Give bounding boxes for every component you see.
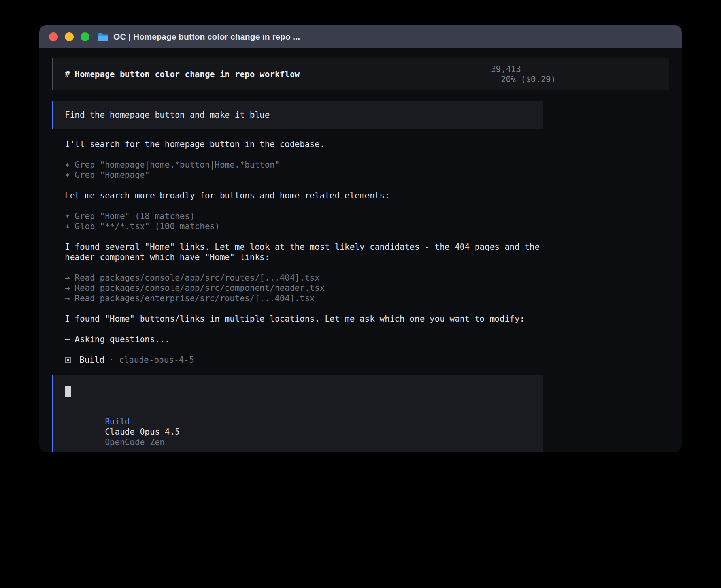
tool-call-read: → Read packages/console/app/src/routes/[… <box>65 273 556 283</box>
context-cost: 20% ($0.29) <box>501 75 556 84</box>
session-header: # Homepage button color change in repo w… <box>52 58 669 90</box>
session-stats: 39,413 20% ($0.29) <box>441 54 556 95</box>
folder-icon <box>97 32 109 41</box>
assistant-text: I found "Home" buttons/links in multiple… <box>65 314 556 324</box>
terminal-body: # Homepage button color change in repo w… <box>39 48 682 452</box>
zoom-window-button[interactable] <box>81 32 89 41</box>
tool-call-grep: ∗ Grep "homepage|home.*button|Home.*butt… <box>65 160 556 170</box>
user-message-text: Find the homepage button and make it blu… <box>65 110 543 120</box>
assistant-text: I'll search for the homepage button in t… <box>65 139 556 149</box>
window-title: OC | Homepage button color change in rep… <box>113 32 300 41</box>
tool-call-grep: ∗ Grep "Home" (18 matches) <box>65 211 556 221</box>
close-window-button[interactable] <box>49 32 58 41</box>
conversation: I'll search for the homepage button in t… <box>65 139 556 365</box>
text-cursor <box>65 386 71 397</box>
tool-call-grep: ∗ Grep "Homepage" <box>65 170 556 180</box>
token-count: 39,413 <box>491 64 521 74</box>
agent-mode-icon <box>65 357 71 363</box>
terminal-window: OC | Homepage button color change in rep… <box>39 25 682 452</box>
prompt-input-line[interactable] <box>65 386 543 397</box>
agent-status-row: Build · claude-opus-4-5 <box>65 355 556 365</box>
model-label: Claude Opus 4.5 <box>105 427 180 437</box>
traffic-lights <box>49 32 89 41</box>
agent-model: claude-opus-4-5 <box>119 355 194 365</box>
tool-call-read: → Read packages/console/app/src/componen… <box>65 283 556 293</box>
prompt-meta: Build Claude Opus 4.5 OpenCode Zen <box>65 406 543 452</box>
minimize-window-button[interactable] <box>65 32 74 41</box>
provider-label: OpenCode Zen <box>105 437 165 447</box>
prompt-input[interactable]: Build Claude Opus 4.5 OpenCode Zen <box>52 375 543 452</box>
agent-separator: · <box>109 355 114 365</box>
assistant-text: Let me search more broadly for buttons a… <box>65 190 556 201</box>
session-title: # Homepage button color change in repo w… <box>65 69 300 79</box>
agent-name: Build <box>79 355 104 365</box>
user-message: Find the homepage button and make it blu… <box>52 101 543 129</box>
tool-call-glob: ∗ Glob "**/*.tsx" (100 matches) <box>65 221 556 232</box>
window-titlebar: OC | Homepage button color change in rep… <box>39 25 682 48</box>
tool-call-read: → Read packages/enterprise/src/routes/[.… <box>65 293 556 303</box>
assistant-text: I found several "Home" links. Let me loo… <box>65 242 556 262</box>
mode-label: Build <box>105 417 130 426</box>
status-line: ~ Asking questions... <box>65 334 556 345</box>
